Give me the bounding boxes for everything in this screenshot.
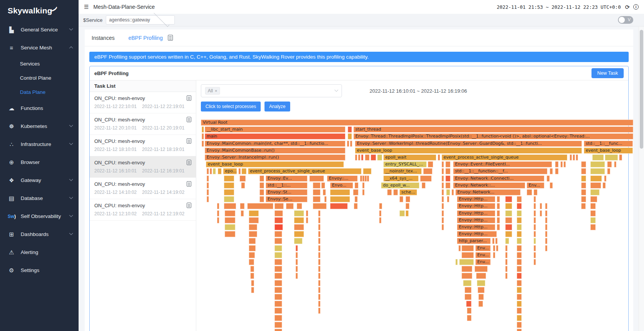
task-item[interactable]: ON_CPU: mesh-envoy2022-11-12 18:10:01202… xyxy=(90,135,196,156)
flame-bar[interactable] xyxy=(570,154,572,161)
flame-bar[interactable] xyxy=(240,175,246,182)
flame-bar[interactable] xyxy=(207,189,209,195)
flame-bar[interactable] xyxy=(581,203,586,209)
flame-bar[interactable]: Env... xyxy=(475,252,491,258)
task-log-icon[interactable] xyxy=(187,95,191,101)
flame-bar[interactable] xyxy=(260,182,264,188)
flame-bar[interactable] xyxy=(478,294,484,300)
flame-bar[interactable]: Envoy::Network... xyxy=(455,189,521,195)
flame-bar[interactable]: event_base_loop xyxy=(355,147,582,154)
flame-bar[interactable] xyxy=(202,126,204,133)
flame-bar[interactable] xyxy=(442,189,444,195)
flame-bar[interactable] xyxy=(607,168,610,174)
flame-bar[interactable] xyxy=(545,217,547,223)
flame-bar[interactable] xyxy=(296,273,298,279)
flame-bar[interactable] xyxy=(241,210,244,216)
flame-bar[interactable] xyxy=(274,322,282,328)
flame-bar[interactable] xyxy=(294,224,304,230)
flame-bar[interactable] xyxy=(224,203,236,209)
flame-bar[interactable] xyxy=(540,203,542,209)
flame-bar[interactable] xyxy=(207,182,209,188)
flame-bar[interactable] xyxy=(217,210,219,216)
flame-bar[interactable]: event_process_active_single_queue xyxy=(248,168,361,174)
flame-bar[interactable]: Envoy::MainCommon::main(int, char**, std… xyxy=(205,141,345,147)
flame-bar[interactable] xyxy=(213,168,216,174)
flame-bar[interactable] xyxy=(297,203,302,209)
flame-bar[interactable] xyxy=(545,224,547,230)
flame-bar[interactable]: Envoy::MainCommonBase::run() xyxy=(205,147,345,154)
flame-bar[interactable] xyxy=(590,189,600,195)
flame-bar[interactable] xyxy=(318,259,320,265)
flame-bar[interactable]: Envoy::Network::... xyxy=(453,182,525,188)
flame-bar[interactable] xyxy=(399,210,405,216)
flame-bar[interactable] xyxy=(350,141,352,147)
flame-bar[interactable] xyxy=(318,231,320,237)
flame-bar[interactable] xyxy=(379,203,382,209)
flame-bar[interactable] xyxy=(534,224,536,230)
flame-bar[interactable] xyxy=(517,245,522,251)
flame-bar[interactable] xyxy=(581,168,586,174)
flame-bar[interactable] xyxy=(505,252,508,258)
flame-bar[interactable] xyxy=(576,154,578,161)
flame-bar[interactable] xyxy=(581,175,586,182)
flame-bar[interactable] xyxy=(564,161,566,167)
flame-bar[interactable] xyxy=(442,168,444,174)
sidebar-item-settings[interactable]: ⚙Settings xyxy=(0,261,79,279)
flame-bar[interactable] xyxy=(274,280,282,286)
flame-bar[interactable] xyxy=(371,154,376,161)
flame-bar[interactable] xyxy=(545,231,547,237)
flame-bar[interactable] xyxy=(399,196,403,202)
remove-tag-icon[interactable]: × xyxy=(215,88,217,93)
flame-bar[interactable] xyxy=(493,245,495,251)
flame-bar[interactable] xyxy=(318,287,320,293)
flame-bar[interactable] xyxy=(442,203,444,209)
flame-bar[interactable] xyxy=(294,210,304,216)
flame-bar[interactable] xyxy=(217,217,219,223)
task-item[interactable]: ON_CPU: mesh-envoy2022-11-12 16:10:01202… xyxy=(90,156,196,178)
flame-bar[interactable] xyxy=(318,266,320,272)
flame-bar[interactable] xyxy=(517,301,522,307)
process-select[interactable]: All× xyxy=(201,84,342,97)
flame-bar[interactable] xyxy=(458,245,461,251)
flame-bar[interactable] xyxy=(274,329,282,331)
flame-bar[interactable] xyxy=(517,315,522,321)
flame-bar[interactable] xyxy=(475,266,488,272)
flame-bar[interactable] xyxy=(590,175,602,182)
flame-bar[interactable] xyxy=(590,196,597,202)
info-icon[interactable]: i xyxy=(633,4,639,10)
flame-bar[interactable]: epo... xyxy=(223,168,237,174)
flame-bar[interactable] xyxy=(313,196,320,202)
flame-bar[interactable] xyxy=(296,245,298,251)
flame-bar[interactable] xyxy=(318,252,320,258)
flame-bar[interactable] xyxy=(467,308,472,314)
flame-bar[interactable] xyxy=(459,259,474,265)
flame-bar[interactable] xyxy=(225,224,235,230)
flame-bar[interactable] xyxy=(581,182,586,188)
task-item[interactable]: ON_CPU: mesh-envoy2022-11-12 20:10:01202… xyxy=(90,113,196,135)
flame-bar[interactable] xyxy=(517,329,522,331)
flame-bar[interactable] xyxy=(445,175,450,182)
flame-bar[interactable] xyxy=(534,217,536,223)
sidebar-item-service-mesh[interactable]: ≡Service Mesh xyxy=(0,39,79,57)
flame-bar[interactable] xyxy=(367,175,369,182)
flame-bar[interactable] xyxy=(207,175,209,182)
flame-bar[interactable] xyxy=(294,231,304,237)
flame-bar[interactable] xyxy=(573,154,575,161)
flame-bar[interactable]: http_parser... xyxy=(457,238,491,244)
flame-bar[interactable] xyxy=(406,210,409,216)
flame-bar[interactable]: Envoy::... xyxy=(327,175,358,182)
flame-bar[interactable] xyxy=(497,224,500,230)
flame-bar[interactable] xyxy=(363,168,371,174)
flame-bar[interactable] xyxy=(462,273,472,279)
flame-bar[interactable] xyxy=(478,301,483,307)
flame-bar[interactable] xyxy=(445,182,450,188)
flame-bar[interactable] xyxy=(590,217,596,223)
flame-bar[interactable]: Envo... xyxy=(330,182,353,188)
flame-bar[interactable]: Env... xyxy=(527,182,544,188)
flame-bar[interactable] xyxy=(218,168,222,174)
flame-bar[interactable]: event_process_active_single_queue xyxy=(442,154,567,161)
flame-bar[interactable]: Envoy::Http... xyxy=(457,210,495,216)
flame-bar[interactable] xyxy=(274,259,282,265)
flame-bar[interactable] xyxy=(318,294,320,300)
flame-bar[interactable] xyxy=(497,217,500,223)
